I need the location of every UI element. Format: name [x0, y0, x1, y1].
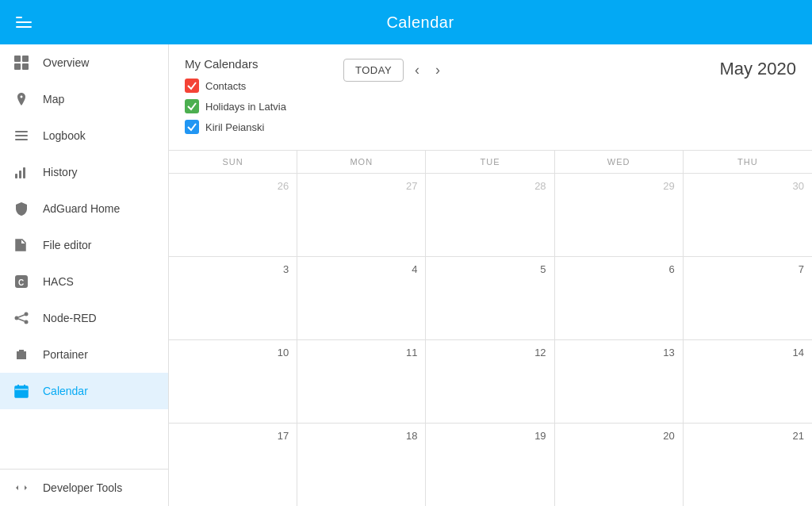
map-icon	[13, 90, 30, 108]
day-cell-10[interactable]: 10	[169, 340, 297, 423]
day-cell-5[interactable]: 5	[426, 257, 554, 339]
day-cell-4[interactable]: 4	[297, 257, 426, 339]
calendar-main: My Calendars Contacts Holidays in Latvia	[169, 44, 812, 506]
contacts-label: Contacts	[205, 80, 246, 92]
calendar-item-holidays[interactable]: Holidays in Latvia	[185, 99, 327, 113]
portainer-icon	[13, 346, 30, 363]
sidebar-item-calendar[interactable]: Calendar	[0, 373, 168, 409]
calendars-title: My Calendars	[185, 57, 327, 71]
contacts-checkbox	[185, 79, 199, 93]
svg-line-19	[18, 319, 25, 321]
calendar-grid: SUN MON TUE WED THU 26 27 28 29 30 3	[169, 151, 812, 506]
week-row-4: 17 18 19 20 21	[169, 424, 812, 506]
holidays-label: Holidays in Latvia	[205, 101, 286, 113]
day-cell-19[interactable]: 19	[426, 424, 554, 506]
day-cell-7[interactable]: 7	[684, 257, 812, 339]
today-button[interactable]: TODAY	[343, 59, 404, 82]
sidebar-label-logbook: Logbook	[43, 129, 86, 142]
svg-rect-10	[15, 174, 17, 178]
svg-rect-3	[14, 56, 21, 62]
app-header: Calendar	[0, 0, 812, 44]
day-cell-18[interactable]: 18	[297, 424, 426, 506]
prev-month-button[interactable]: ‹	[410, 59, 424, 82]
day-header-sun: SUN	[169, 151, 297, 173]
day-cell-28[interactable]: 28	[426, 174, 554, 256]
sidebar-label-history: History	[43, 166, 78, 178]
sidebar-item-adguard[interactable]: AdGuard Home	[0, 190, 168, 227]
svg-rect-2	[16, 26, 32, 28]
kiril-label: Kiril Peianski	[205, 121, 264, 133]
day-header-mon: MON	[297, 151, 426, 173]
svg-rect-12	[23, 167, 25, 178]
sidebar-item-history[interactable]: History	[0, 154, 168, 190]
calendars-panel: My Calendars Contacts Holidays in Latvia	[185, 57, 327, 140]
day-cell-20[interactable]: 20	[555, 424, 684, 506]
month-year-title: May 2020	[719, 57, 796, 79]
node-red-icon	[13, 309, 30, 327]
menu-icon[interactable]	[16, 13, 32, 32]
svg-rect-4	[22, 56, 29, 62]
sidebar-label-file-editor: File editor	[43, 239, 91, 251]
day-cell-3[interactable]: 3	[169, 257, 297, 339]
svg-rect-9	[15, 139, 28, 140]
sidebar-item-hacs[interactable]: C HACS	[0, 263, 168, 300]
day-cell-30[interactable]: 30	[684, 174, 812, 256]
sidebar-label-overview: Overview	[43, 56, 89, 69]
holidays-checkbox	[185, 99, 199, 113]
svg-rect-6	[22, 63, 29, 70]
file-editor-icon	[13, 236, 30, 254]
page-title: Calendar	[44, 13, 796, 32]
day-cell-13[interactable]: 13	[555, 340, 684, 423]
calendar-icon	[13, 382, 30, 400]
day-header-tue: TUE	[426, 151, 554, 173]
day-cell-12[interactable]: 12	[426, 340, 554, 423]
body-container: Overview Map Logbook	[0, 44, 812, 506]
svg-point-16	[25, 312, 29, 316]
sidebar-item-map[interactable]: Map	[0, 81, 168, 117]
svg-rect-0	[16, 17, 22, 18]
day-headers: SUN MON TUE WED THU	[169, 151, 812, 174]
svg-rect-11	[19, 171, 21, 178]
sidebar-bottom: Developer Tools	[0, 469, 168, 506]
day-cell-14[interactable]: 14	[684, 340, 812, 423]
adguard-icon	[13, 200, 30, 217]
sidebar-item-overview[interactable]: Overview	[0, 44, 168, 81]
day-cell-29[interactable]: 29	[555, 174, 684, 256]
calendar-item-contacts[interactable]: Contacts	[185, 79, 327, 93]
day-cell-21[interactable]: 21	[684, 424, 812, 506]
sidebar-label-adguard: AdGuard Home	[43, 202, 120, 215]
calendar-item-kiril[interactable]: Kiril Peianski	[185, 120, 327, 134]
sidebar-label-developer-tools: Developer Tools	[43, 481, 122, 494]
next-month-button[interactable]: ›	[431, 59, 445, 82]
svg-line-18	[18, 315, 25, 317]
week-row-1: 26 27 28 29 30	[169, 174, 812, 257]
week-row-2: 3 4 5 6 7	[169, 257, 812, 340]
day-cell-26[interactable]: 26	[169, 174, 297, 256]
day-header-wed: WED	[555, 151, 684, 173]
overview-icon	[13, 54, 30, 71]
sidebar-item-portainer[interactable]: Portainer	[0, 336, 168, 373]
calendar-header: My Calendars Contacts Holidays in Latvia	[169, 44, 812, 151]
sidebar-item-file-editor[interactable]: File editor	[0, 227, 168, 263]
sidebar-label-hacs: HACS	[43, 275, 74, 288]
svg-point-15	[15, 316, 19, 320]
day-header-thu: THU	[684, 151, 812, 173]
sidebar-label-map: Map	[43, 93, 64, 105]
sidebar-item-logbook[interactable]: Logbook	[0, 117, 168, 154]
sidebar-item-developer-tools[interactable]: Developer Tools	[0, 470, 168, 506]
day-cell-27[interactable]: 27	[297, 174, 426, 256]
sidebar-item-node-red[interactable]: Node-RED	[0, 300, 168, 336]
day-cell-6[interactable]: 6	[555, 257, 684, 339]
week-row-3: 10 11 12 13 14	[169, 340, 812, 424]
svg-text:C: C	[18, 278, 24, 287]
day-cell-11[interactable]: 11	[297, 340, 426, 423]
day-cell-17[interactable]: 17	[169, 424, 297, 506]
svg-rect-1	[16, 21, 32, 23]
sidebar: Overview Map Logbook	[0, 44, 169, 506]
svg-rect-5	[14, 63, 21, 70]
svg-rect-7	[15, 131, 28, 132]
logbook-icon	[13, 127, 30, 144]
weeks-container: 26 27 28 29 30 3 4 5 6 7 10 11	[169, 174, 812, 506]
svg-rect-21	[15, 386, 28, 397]
kiril-checkbox	[185, 120, 199, 134]
